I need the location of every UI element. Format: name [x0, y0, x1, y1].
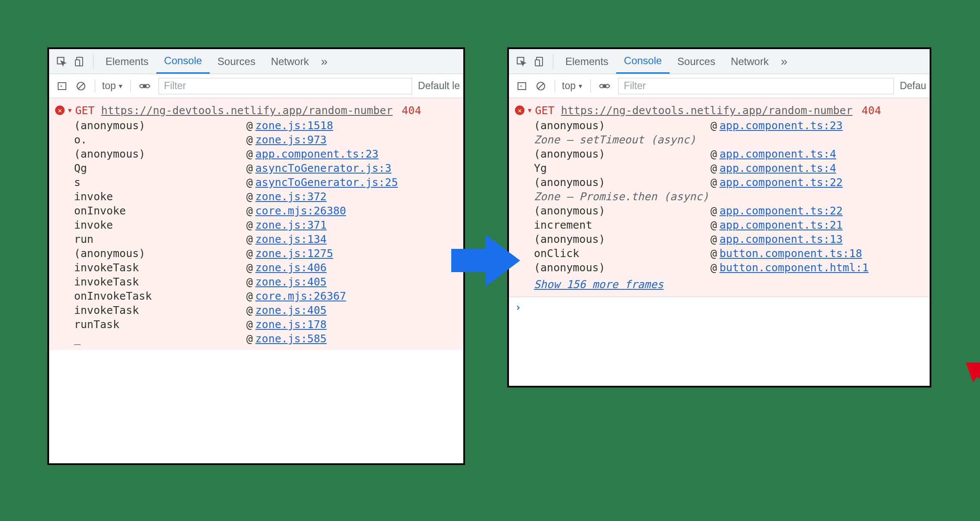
source-link[interactable]: core.mjs:26380 [255, 205, 346, 217]
stack-frame: onClick@button.component.ts:18 [509, 246, 930, 260]
source-link[interactable]: zone.js:406 [255, 261, 327, 274]
source-link[interactable]: button.component.ts:18 [719, 247, 862, 260]
source-link[interactable]: zone.js:371 [255, 219, 327, 231]
source-link[interactable]: zone.js:1275 [255, 247, 333, 260]
source-link[interactable]: app.component.ts:23 [255, 148, 378, 160]
source-link[interactable]: zone.js:1518 [255, 119, 333, 132]
stack-frame: (anonymous)@zone.js:1275 [49, 246, 463, 260]
frame-function: increment [534, 219, 710, 231]
source-link[interactable]: zone.js:585 [255, 332, 327, 345]
stack-frame: (anonymous)@app.component.ts:13 [509, 232, 930, 246]
more-tabs-icon[interactable]: » [776, 55, 792, 68]
at-symbol: @ [246, 205, 253, 217]
stack-frame: (anonymous)@zone.js:1518 [49, 118, 463, 133]
tab-sources[interactable]: Sources [670, 49, 723, 74]
stack-frame: invoke@zone.js:372 [49, 189, 463, 204]
log-levels-selector[interactable]: Default le [416, 80, 460, 92]
dropdown-triangle-icon: ▼ [118, 83, 124, 90]
source-link[interactable]: app.component.ts:22 [719, 205, 843, 217]
source-link[interactable]: zone.js:405 [255, 304, 327, 316]
tab-network[interactable]: Network [723, 49, 776, 74]
http-method: GET [535, 104, 554, 117]
source-link[interactable]: app.component.ts:13 [719, 233, 843, 245]
frame-function: invoke [74, 219, 246, 231]
tab-network[interactable]: Network [263, 49, 316, 74]
at-symbol: @ [246, 261, 253, 274]
source-link[interactable]: app.component.ts:23 [719, 119, 843, 132]
console-sidebar-toggle-icon[interactable] [54, 78, 70, 94]
stack-frame: run@zone.js:134 [49, 232, 463, 246]
source-link[interactable]: zone.js:178 [255, 318, 327, 331]
frame-function: (anonymous) [534, 233, 710, 245]
filter-input[interactable]: Filter [158, 78, 412, 94]
console-sidebar-toggle-icon[interactable] [514, 78, 530, 94]
console-prompt[interactable]: › [509, 297, 930, 318]
request-url[interactable]: https://ng-devtools.netlify.app/random-n… [101, 104, 393, 117]
source-link[interactable]: button.component.html:1 [719, 261, 868, 274]
source-link[interactable]: zone.js:405 [255, 276, 327, 288]
disclosure-triangle-icon[interactable]: ▼ [528, 107, 531, 114]
stack-frame: (anonymous)@app.component.ts:23 [49, 147, 463, 161]
console-output: ✕ ▼ GET https://ng-devtools.netlify.app/… [49, 98, 463, 350]
context-selector[interactable]: top ▼ [99, 80, 126, 92]
http-status: 404 [862, 104, 881, 117]
device-toolbar-icon[interactable] [531, 53, 548, 70]
disclosure-triangle-icon[interactable]: ▼ [68, 107, 71, 114]
source-link[interactable]: zone.js:973 [255, 133, 327, 146]
show-more-frames-link[interactable]: Show 156 more frames [509, 275, 930, 292]
at-symbol: @ [246, 176, 253, 189]
frame-function: runTask [74, 318, 246, 331]
devtools-tabbar: Elements Console Sources Network » [49, 49, 463, 74]
source-link[interactable]: zone.js:134 [255, 233, 327, 245]
source-link[interactable]: app.component.ts:4 [719, 162, 836, 174]
filter-placeholder: Filter [164, 80, 186, 92]
device-toolbar-icon[interactable] [71, 53, 88, 70]
frame-function: invokeTask [74, 276, 246, 288]
at-symbol: @ [246, 304, 253, 316]
stack-frame: (anonymous)@button.component.html:1 [509, 260, 930, 275]
filter-placeholder: Filter [624, 80, 646, 92]
frame-function: (anonymous) [534, 119, 710, 132]
tab-elements[interactable]: Elements [558, 49, 616, 74]
source-link[interactable]: core.mjs:26367 [255, 290, 346, 302]
filter-input[interactable]: Filter [618, 78, 894, 94]
clear-console-icon[interactable] [533, 78, 549, 94]
async-boundary-header: Zone — Promise.then (async) [509, 189, 930, 204]
source-link[interactable]: app.component.ts:21 [719, 219, 843, 231]
tab-console[interactable]: Console [156, 49, 210, 74]
source-link[interactable]: zone.js:372 [255, 190, 327, 203]
separator [590, 80, 591, 93]
transition-arrow-icon [451, 233, 520, 288]
live-expression-icon[interactable] [137, 78, 152, 94]
svg-rect-2 [75, 60, 80, 66]
console-output: ✕ ▼ GET https://ng-devtools.netlify.app/… [509, 98, 930, 297]
source-link[interactable]: asyncToGenerator.js:25 [255, 176, 398, 189]
source-link[interactable]: asyncToGenerator.js:3 [255, 162, 391, 174]
at-symbol: @ [246, 276, 253, 288]
tab-console[interactable]: Console [616, 49, 670, 74]
http-status: 404 [402, 104, 421, 117]
at-symbol: @ [246, 219, 253, 231]
live-expression-icon[interactable] [597, 78, 612, 94]
source-link[interactable]: app.component.ts:22 [719, 176, 843, 189]
at-symbol: @ [710, 205, 717, 217]
log-levels-selector[interactable]: Defau [898, 80, 926, 92]
at-symbol: @ [710, 176, 717, 189]
tab-sources[interactable]: Sources [210, 49, 263, 74]
separator [130, 80, 131, 93]
at-symbol: @ [246, 318, 253, 331]
context-selector[interactable]: top ▼ [559, 80, 586, 92]
source-link[interactable]: app.component.ts:4 [719, 148, 836, 160]
at-symbol: @ [710, 219, 717, 231]
at-symbol: @ [710, 233, 717, 245]
frame-function: (anonymous) [534, 176, 710, 189]
inspect-element-icon[interactable] [53, 53, 70, 70]
more-tabs-icon[interactable]: » [316, 55, 332, 68]
stack-frame: invokeTask@zone.js:406 [49, 260, 463, 275]
clear-console-icon[interactable] [73, 78, 89, 94]
tab-elements[interactable]: Elements [98, 49, 156, 74]
svg-point-6 [143, 84, 146, 87]
request-url[interactable]: https://ng-devtools.netlify.app/random-n… [561, 104, 853, 117]
frame-function: (anonymous) [74, 119, 246, 132]
inspect-element-icon[interactable] [513, 53, 530, 70]
